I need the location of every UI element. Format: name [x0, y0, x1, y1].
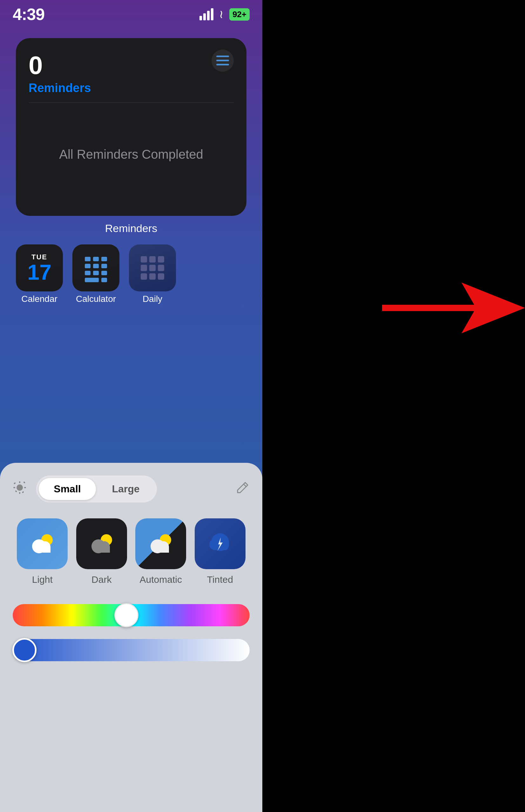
widget-title: Reminders: [29, 81, 234, 95]
color-slider-wrap: [13, 604, 250, 626]
theme-dark-option[interactable]: Dark: [76, 518, 127, 585]
svg-rect-25: [19, 481, 20, 483]
battery-indicator: 92+: [229, 8, 250, 21]
svg-marker-23: [382, 282, 525, 333]
svg-rect-5: [101, 257, 107, 261]
svg-rect-3: [85, 257, 91, 261]
theme-dark-icon: [76, 518, 127, 569]
svg-rect-11: [101, 271, 107, 275]
theme-light-option[interactable]: Light: [17, 518, 68, 585]
svg-rect-7: [93, 264, 99, 268]
svg-rect-16: [158, 256, 164, 262]
theme-automatic-option[interactable]: Automatic: [135, 518, 186, 585]
svg-rect-2: [216, 64, 229, 65]
svg-rect-26: [19, 492, 20, 494]
calendar-app-item[interactable]: TUE 17 Calendar: [16, 244, 63, 304]
theme-automatic-label: Automatic: [140, 574, 182, 585]
app-icons-row: TUE 17 Calendar Calculator: [16, 244, 176, 304]
theme-tinted-option[interactable]: Tinted: [195, 518, 245, 585]
svg-rect-1: [216, 60, 229, 61]
calc-grid-icon: [81, 254, 110, 282]
color-slider-track[interactable]: [13, 604, 250, 626]
small-button[interactable]: Small: [39, 478, 96, 500]
svg-rect-22: [158, 273, 164, 280]
svg-rect-32: [22, 491, 24, 493]
theme-light-icon: [17, 518, 68, 569]
saturation-slider-track[interactable]: [13, 639, 250, 661]
daily-grid-icon: [138, 254, 167, 282]
calendar-day-num: 17: [27, 261, 51, 283]
daily-app-item[interactable]: Daily: [129, 244, 176, 304]
pen-icon[interactable]: [236, 480, 250, 498]
svg-line-33: [244, 484, 246, 487]
red-arrow: [366, 276, 525, 340]
svg-rect-19: [158, 265, 164, 271]
svg-rect-9: [85, 271, 91, 275]
theme-dark-label: Dark: [91, 574, 111, 585]
reminders-widget: 0 Reminders All Reminders Completed: [16, 38, 246, 216]
svg-rect-4: [93, 257, 99, 261]
calendar-icon: TUE 17: [16, 244, 63, 291]
svg-rect-21: [149, 273, 156, 280]
widget-menu-button[interactable]: [211, 49, 234, 72]
widget-label: Reminders: [16, 222, 246, 234]
svg-rect-10: [93, 271, 99, 275]
signal-icon: [199, 8, 213, 20]
svg-point-24: [16, 485, 23, 491]
svg-rect-13: [101, 278, 107, 282]
svg-rect-20: [141, 273, 147, 280]
svg-rect-31: [15, 490, 17, 492]
bottom-panel: Small Large Light: [0, 463, 262, 812]
svg-rect-29: [14, 482, 16, 485]
svg-rect-18: [149, 265, 156, 271]
calculator-app-item[interactable]: Calculator: [72, 244, 119, 304]
reminder-count: 0: [29, 51, 234, 80]
svg-rect-17: [141, 265, 147, 271]
size-toggle-row: Small Large: [13, 476, 250, 503]
svg-rect-27: [13, 487, 15, 488]
daily-label: Daily: [142, 294, 162, 304]
wifi-icon: ≀: [219, 7, 224, 21]
calendar-label: Calendar: [21, 294, 58, 304]
size-toggle: Small Large: [36, 476, 157, 503]
svg-rect-6: [85, 264, 91, 268]
svg-rect-14: [141, 256, 147, 262]
svg-rect-12: [85, 278, 99, 282]
calculator-label: Calculator: [76, 294, 116, 304]
saturation-slider-thumb[interactable]: [12, 638, 36, 662]
list-icon: [216, 56, 229, 66]
status-time: 4:39: [13, 5, 44, 24]
svg-rect-0: [216, 56, 229, 57]
large-button[interactable]: Large: [97, 478, 154, 500]
theme-tinted-label: Tinted: [207, 574, 233, 585]
svg-rect-43: [95, 550, 110, 553]
status-bar: 4:39 ≀ 92+: [0, 0, 262, 29]
svg-rect-28: [24, 487, 26, 488]
theme-tinted-icon: [195, 518, 245, 569]
svg-rect-30: [23, 481, 26, 484]
theme-automatic-icon: [135, 518, 186, 569]
daily-icon: [129, 244, 176, 291]
color-slider-thumb[interactable]: [114, 603, 138, 627]
status-icons: ≀ 92+: [199, 7, 250, 21]
completed-text: All Reminders Completed: [29, 147, 234, 162]
svg-rect-38: [36, 550, 50, 553]
theme-options: Light Dark: [13, 518, 250, 585]
svg-rect-48: [154, 550, 169, 553]
brightness-icon: [13, 480, 27, 498]
svg-rect-15: [149, 256, 156, 262]
calculator-icon: [72, 244, 119, 291]
svg-rect-8: [101, 264, 107, 268]
theme-light-label: Light: [32, 574, 53, 585]
saturation-slider-wrap: [13, 639, 250, 661]
widget-divider: [29, 103, 234, 103]
